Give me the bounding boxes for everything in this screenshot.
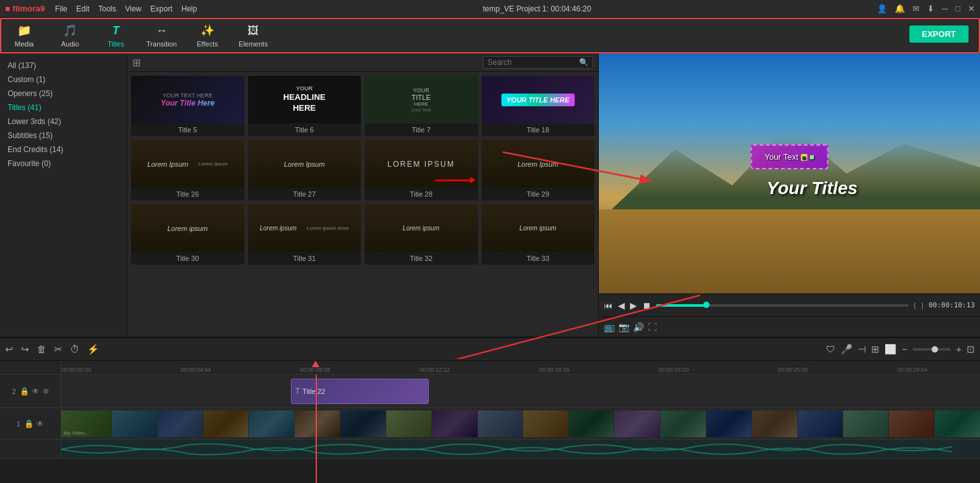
title-clip-icon: T	[295, 387, 300, 396]
split-audio-btn[interactable]: ⚡	[87, 344, 99, 355]
menu-tools[interactable]: Tools	[98, 4, 116, 13]
media-btn[interactable]: 📁 Media	[1, 19, 47, 52]
delete-btn[interactable]: 🗑	[37, 344, 46, 355]
fit-icon[interactable]: ⊡	[967, 344, 975, 355]
split-btn[interactable]: ⊣	[858, 344, 866, 355]
fullscreen-icon[interactable]: ⛶	[648, 322, 657, 332]
progress-bar[interactable]	[656, 304, 909, 307]
message-icon[interactable]: ✉	[913, 4, 920, 13]
menu-view[interactable]: View	[125, 4, 141, 13]
elements-btn[interactable]: 🖼 Elements	[230, 19, 276, 52]
sidebar-item-endcredits[interactable]: End Credits (14)	[0, 143, 127, 157]
title-card-31[interactable]: Lorem ipsum Lorem ipsum dolor Title 31	[248, 204, 361, 265]
stop-btn[interactable]: ⏹	[642, 300, 651, 311]
add-track-icon[interactable]: ⊞	[43, 388, 48, 395]
volume-icon[interactable]: 🔊	[633, 322, 644, 332]
redo-btn[interactable]: ↪	[21, 344, 29, 355]
export-button[interactable]: EXPORT	[909, 25, 969, 43]
title-name-6: Title 6	[248, 123, 361, 136]
menu-edit[interactable]: Edit	[76, 4, 90, 13]
maximize-btn[interactable]: □	[955, 4, 960, 13]
title-card-6[interactable]: YOUR HEADLINE HERE Title 6	[248, 76, 361, 136]
duration-btn[interactable]: ⏱	[70, 344, 80, 355]
resolution-icon[interactable]: 📺	[604, 322, 615, 332]
ruler-5: 00:00:20:20	[659, 367, 689, 373]
notification-icon[interactable]: 🔔	[895, 4, 905, 13]
audio-btn[interactable]: 🎵 Audio	[47, 19, 93, 52]
elements-icon: 🖼	[248, 24, 259, 38]
audio-waveform-body	[61, 440, 980, 458]
track-1-eye[interactable]: 👁	[36, 419, 44, 428]
title-card-28[interactable]: LOREM IPSUM Title 28	[365, 140, 478, 200]
search-box: 🔍	[483, 56, 593, 69]
track-header-1: 1 🔒 👁	[0, 408, 61, 439]
shield-btn[interactable]: 🛡	[826, 344, 836, 354]
grid-view-icon[interactable]: ⊞	[132, 57, 141, 69]
title-card-5[interactable]: YOUR TEXT HERE Your Title Here Title 5	[131, 76, 244, 136]
title-card-27[interactable]: Lorem Ipsum Title 27	[248, 140, 361, 200]
plus-zoom-btn[interactable]: +	[956, 344, 962, 354]
title-thumb-30: Lorem ipsum	[131, 204, 244, 252]
cut-btn[interactable]: ✂	[54, 344, 62, 355]
ruler-3: 00:00:12:12	[419, 367, 450, 373]
preview-video: Your Text ■ ■ Your Titles	[599, 53, 980, 293]
effects-btn[interactable]: ✨ Effects	[185, 19, 230, 52]
play-btn[interactable]: ▶	[630, 300, 637, 311]
title-card-18[interactable]: YOUR TITLE HERE Title 18	[482, 76, 595, 136]
transition-label: Transition	[146, 40, 177, 48]
titles-btn[interactable]: T Titles	[93, 19, 139, 52]
title-card-33[interactable]: Lorem ipsum Title 33	[482, 204, 595, 265]
title-thumb-5: YOUR TEXT HERE Your Title Here	[131, 76, 244, 123]
menu-help[interactable]: Help	[181, 4, 197, 13]
app-name: filmora9	[13, 4, 45, 13]
user-icon[interactable]: 👤	[877, 4, 887, 13]
top-bar-left: ■ filmora9 File Edit Tools View Export H…	[5, 4, 197, 13]
audio-waveform-track	[0, 440, 980, 459]
minimize-btn[interactable]: ─	[942, 4, 948, 13]
sidebar-item-all[interactable]: All (137)	[0, 59, 127, 73]
track-2-lock[interactable]: 🔒	[20, 387, 29, 396]
crop-btn[interactable]: ⬜	[885, 344, 897, 355]
timeline-tools-right: 🛡 🎤 ⊣ ⊞ ⬜ − + ⊡	[826, 344, 975, 355]
audio-icon: 🎵	[63, 24, 77, 38]
play-slow-btn[interactable]: ◀	[618, 300, 625, 311]
detach-btn[interactable]: ⊞	[871, 344, 879, 355]
mic-btn[interactable]: 🎤	[841, 344, 853, 355]
search-input[interactable]	[487, 58, 577, 67]
video-filmstrip[interactable]: My Video...	[61, 410, 980, 437]
minus-zoom-btn[interactable]: −	[902, 344, 907, 354]
title-thumb-7: YOUR TITLE HERE your text	[365, 76, 478, 123]
sidebar-item-custom[interactable]: Custom (1)	[0, 73, 127, 87]
snapshot-icon[interactable]: 📷	[619, 322, 629, 332]
sidebar-item-subtitles[interactable]: Subtitles (15)	[0, 129, 127, 143]
transition-btn[interactable]: ↔ Transition	[139, 19, 185, 52]
skip-back-btn[interactable]: ⏮	[604, 300, 613, 311]
title-clip-22[interactable]: T Title 22	[291, 379, 429, 404]
title-card-26[interactable]: Lorem Ipsum Lorem ipsum Title 26	[131, 140, 244, 200]
title-thumb-18: YOUR TITLE HERE	[482, 76, 595, 123]
title-card-7[interactable]: YOUR TITLE HERE your text Title 7	[365, 76, 478, 136]
title-card-32[interactable]: Lorem ipsum Title 32	[365, 204, 478, 265]
sidebar-item-openers[interactable]: Openers (25)	[0, 87, 127, 101]
undo-btn[interactable]: ↩	[5, 344, 13, 355]
title-card-29[interactable]: Lorem Ipsum Title 29	[482, 140, 595, 200]
track-2-eye[interactable]: 👁	[32, 387, 39, 396]
sidebar-item-lower3rds[interactable]: Lower 3rds (42)	[0, 115, 127, 129]
title-card-30[interactable]: Lorem ipsum Title 30	[131, 204, 244, 265]
menu-file[interactable]: File	[55, 4, 67, 13]
track-1-lock[interactable]: 🔒	[24, 419, 34, 428]
sidebar-item-titles[interactable]: Titles (41)	[0, 101, 127, 115]
track-row-1: 1 🔒 👁 My Video...	[0, 408, 980, 440]
zoom-slider[interactable]	[913, 348, 951, 351]
title-name-32: Title 32	[365, 252, 478, 265]
sidebar-item-favourite[interactable]: Favourite (0)	[0, 157, 127, 171]
title-name-26: Title 26	[131, 188, 244, 200]
track-2-controls: 🔒 👁	[20, 387, 39, 396]
track-row-2: 2 🔒 👁 ⊞ T Title 22	[0, 375, 980, 408]
close-btn[interactable]: ✕	[968, 4, 975, 13]
download-icon[interactable]: ⬇	[927, 4, 934, 13]
title-thumb-31: Lorem ipsum Lorem ipsum dolor	[248, 204, 361, 252]
menu-export[interactable]: Export	[150, 4, 172, 13]
bracket-right: }	[921, 302, 923, 309]
media-icon: 📁	[17, 24, 31, 38]
